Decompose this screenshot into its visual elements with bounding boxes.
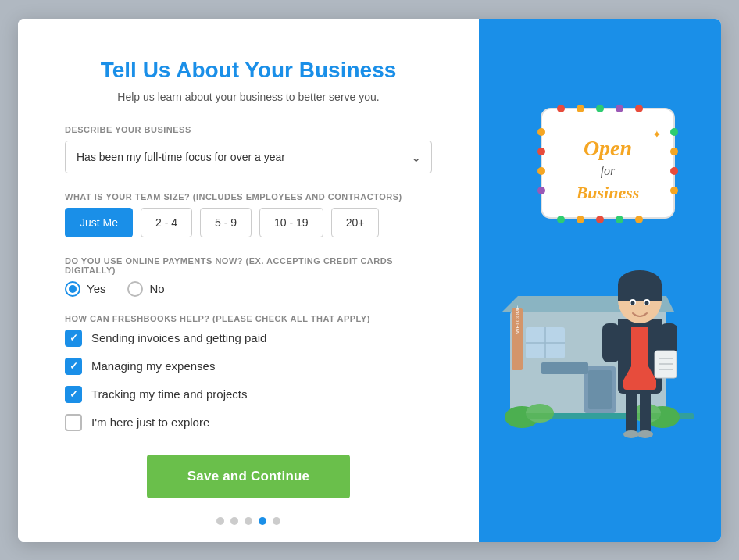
help-option-explore[interactable]: I'm here just to explore <box>65 414 432 431</box>
team-btn-20plus[interactable]: 20+ <box>331 208 380 237</box>
svg-rect-41 <box>506 413 694 419</box>
svg-point-4 <box>537 167 545 175</box>
payments-yes-option[interactable]: Yes <box>65 281 105 297</box>
checkmark-invoices: ✓ <box>70 333 78 343</box>
team-btn-10-19[interactable]: 10 - 19 <box>259 208 323 237</box>
left-panel: Tell Us About Your Business Help us lear… <box>18 19 479 542</box>
pagination-dots <box>65 517 432 525</box>
dot-4[interactable] <box>259 517 266 525</box>
svg-point-6 <box>670 128 678 136</box>
svg-point-17 <box>596 216 604 223</box>
help-option-expenses[interactable]: ✓ Managing my expenses <box>65 358 432 375</box>
svg-rect-50 <box>602 323 619 362</box>
svg-point-9 <box>670 187 678 194</box>
svg-point-58 <box>631 301 635 305</box>
help-label-time: Tracking my time and projects <box>91 387 248 401</box>
team-size-buttons: Just Me 2 - 4 5 - 9 10 - 19 20+ <box>65 208 432 237</box>
payments-yes-label: Yes <box>87 282 105 295</box>
team-size-group: WHAT IS YOUR TEAM SIZE? (INCLUDES EMPLOY… <box>65 192 432 256</box>
svg-point-19 <box>635 216 643 223</box>
payments-label: DO YOU USE ONLINE PAYMENTS NOW? (EX. ACC… <box>65 256 432 275</box>
checkbox-time[interactable]: ✓ <box>65 386 82 403</box>
help-label: HOW CAN FRESHBOOKS HELP? (PLEASE CHECK A… <box>65 314 432 323</box>
svg-text:✦: ✦ <box>652 128 662 141</box>
svg-text:for: for <box>601 164 616 178</box>
team-btn-just-me[interactable]: Just Me <box>65 208 133 237</box>
svg-rect-43 <box>640 390 651 433</box>
payments-no-option[interactable]: No <box>127 281 164 297</box>
describe-field-group: DESCRIBE YOUR BUSINESS Just starting out… <box>65 125 432 192</box>
svg-point-59 <box>645 301 649 305</box>
radio-dot <box>69 285 77 293</box>
help-label-explore: I'm here just to explore <box>91 416 209 429</box>
describe-select[interactable]: Just starting out Has been my full-time … <box>65 141 432 173</box>
svg-point-45 <box>637 430 653 438</box>
describe-label: DESCRIBE YOUR BUSINESS <box>65 125 432 134</box>
svg-point-12 <box>596 105 604 112</box>
svg-point-10 <box>557 105 565 112</box>
team-btn-5-9[interactable]: 5 - 9 <box>200 208 252 237</box>
svg-point-14 <box>635 105 643 112</box>
svg-point-3 <box>537 148 545 155</box>
checkmark-time: ✓ <box>70 389 78 399</box>
payments-no-radio[interactable] <box>127 281 143 297</box>
checkmark-expenses: ✓ <box>70 361 78 371</box>
svg-rect-42 <box>626 390 637 433</box>
help-label-invoices: Sending invoices and getting paid <box>91 331 266 344</box>
svg-point-7 <box>670 148 678 155</box>
svg-point-16 <box>577 216 584 223</box>
checkbox-invoices[interactable]: ✓ <box>65 330 82 347</box>
dot-5[interactable] <box>273 517 280 525</box>
checkbox-list: ✓ Sending invoices and getting paid ✓ Ma… <box>65 330 432 431</box>
svg-text:WELCOME: WELCOME <box>515 305 520 334</box>
payments-yes-radio[interactable] <box>65 281 80 297</box>
dot-3[interactable] <box>245 517 252 525</box>
svg-point-5 <box>537 187 545 194</box>
help-option-time[interactable]: ✓ Tracking my time and projects <box>65 386 432 403</box>
right-panel: Open for Business ✦ WELCOME <box>479 19 721 542</box>
dot-2[interactable] <box>230 517 238 525</box>
describe-select-wrapper: Just starting out Has been my full-time … <box>65 141 432 173</box>
help-label-expenses: Managing my expenses <box>91 359 215 373</box>
svg-point-15 <box>557 216 565 223</box>
illustration: Open for Business ✦ WELCOME <box>479 85 721 476</box>
page-title: Tell Us About Your Business <box>65 58 432 83</box>
help-option-invoices[interactable]: ✓ Sending invoices and getting paid <box>65 330 432 347</box>
dot-1[interactable] <box>216 517 224 525</box>
team-size-label: WHAT IS YOUR TEAM SIZE? (INCLUDES EMPLOY… <box>65 192 432 202</box>
payments-no-label: No <box>149 282 164 295</box>
team-btn-2-4[interactable]: 2 - 4 <box>141 208 192 237</box>
svg-point-2 <box>537 128 545 136</box>
svg-text:Open: Open <box>584 136 632 160</box>
checkbox-explore[interactable] <box>65 414 82 431</box>
svg-point-11 <box>577 105 584 112</box>
svg-point-13 <box>616 105 623 112</box>
page-subtitle: Help us learn about your business to bet… <box>65 91 432 103</box>
svg-rect-55 <box>618 284 662 301</box>
svg-point-44 <box>623 430 639 438</box>
modal: Tell Us About Your Business Help us lear… <box>18 19 721 542</box>
help-group: HOW CAN FRESHBOOKS HELP? (PLEASE CHECK A… <box>65 314 432 455</box>
svg-text:Business: Business <box>576 183 640 202</box>
svg-point-18 <box>616 216 623 223</box>
checkbox-expenses[interactable]: ✓ <box>65 358 82 375</box>
save-continue-button[interactable]: Save and Continue <box>147 455 350 498</box>
svg-rect-27 <box>588 370 612 409</box>
svg-rect-34 <box>541 362 588 374</box>
payments-group: DO YOU USE ONLINE PAYMENTS NOW? (EX. ACC… <box>65 256 432 314</box>
svg-point-8 <box>670 167 678 175</box>
payments-radio-group: Yes No <box>65 281 432 297</box>
